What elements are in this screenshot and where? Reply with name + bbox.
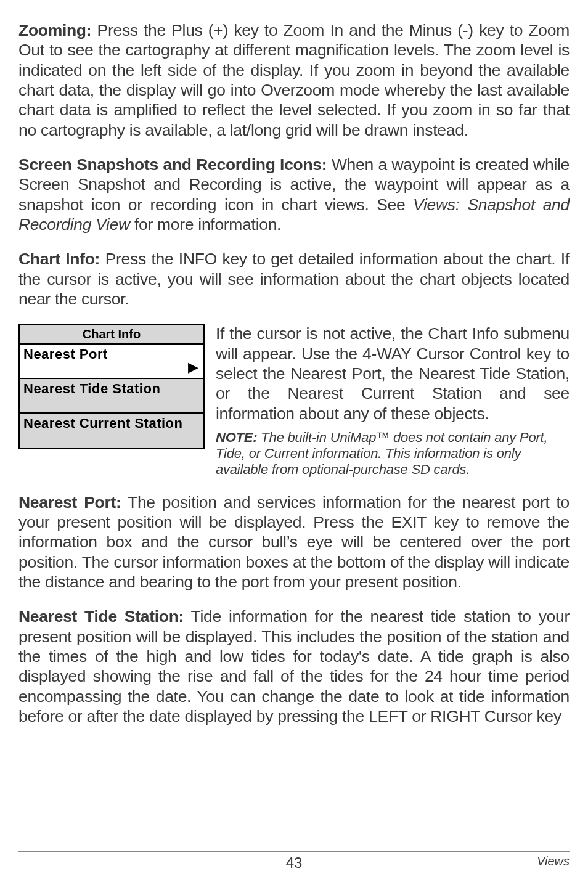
- page-footer: 43 Views: [18, 851, 570, 871]
- lead-nearest-port: Nearest Port:: [18, 493, 121, 512]
- body-cursor-inactive: If the cursor is not active, the Chart I…: [216, 324, 570, 422]
- menu-item-label: Nearest Current Station: [23, 415, 182, 431]
- page-number: 43: [286, 854, 303, 872]
- lead-chart-info: Chart Info:: [18, 250, 100, 268]
- paragraph-zooming: Zooming: Press the Plus (+) key to Zoom …: [18, 20, 570, 140]
- note-label: NOTE:: [216, 430, 257, 445]
- menu-item-nearest-current-station[interactable]: Nearest Current Station: [20, 414, 203, 448]
- chevron-right-icon: ▶: [188, 361, 198, 374]
- paragraph-cursor-inactive: If the cursor is not active, the Chart I…: [216, 324, 570, 423]
- paragraph-snapshots: Screen Snapshots and Recording Icons: Wh…: [18, 155, 570, 234]
- menu-item-label: Nearest Port: [23, 346, 108, 362]
- body-zooming: Press the Plus (+) key to Zoom In and th…: [18, 21, 570, 139]
- lead-zooming: Zooming:: [18, 21, 91, 39]
- menu-item-nearest-tide-station[interactable]: Nearest Tide Station: [20, 379, 203, 414]
- menu-title: Chart Info: [20, 325, 203, 345]
- lead-snapshots: Screen Snapshots and Recording Icons:: [18, 155, 327, 174]
- note-body: The built-in UniMap™ does not contain an…: [216, 430, 547, 477]
- lead-nearest-tide: Nearest Tide Station:: [18, 607, 184, 626]
- body-snapshots-2: for more information.: [130, 215, 281, 234]
- paragraph-chart-info: Chart Info: Press the INFO key to get de…: [18, 249, 570, 309]
- paragraph-nearest-tide-station: Nearest Tide Station: Tide information f…: [18, 606, 570, 726]
- note-unimap: NOTE: The built-in UniMap™ does not cont…: [216, 430, 570, 478]
- menu-item-label: Nearest Tide Station: [23, 381, 160, 396]
- body-chart-info: Press the INFO key to get detailed infor…: [18, 250, 570, 308]
- chart-info-menu: Chart Info Nearest Port ▶ Nearest Tide S…: [18, 324, 205, 449]
- paragraph-nearest-port: Nearest Port: The position and services …: [18, 492, 570, 592]
- section-name: Views: [537, 854, 570, 868]
- menu-item-nearest-port[interactable]: Nearest Port ▶: [20, 345, 203, 379]
